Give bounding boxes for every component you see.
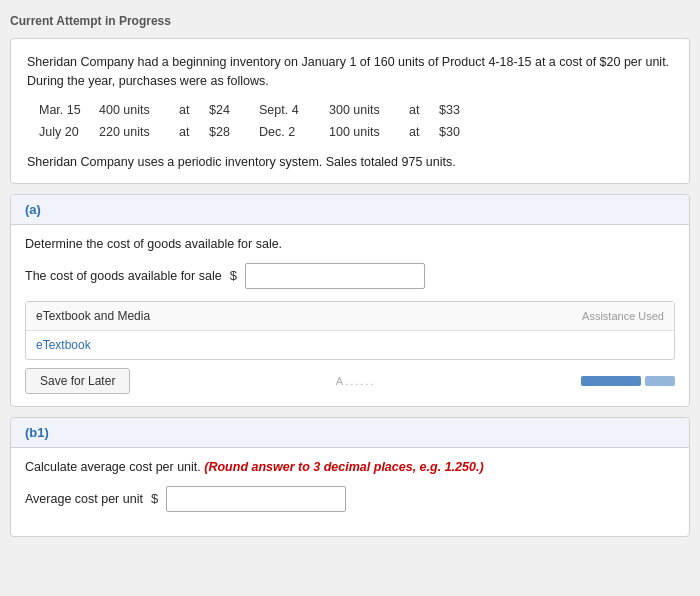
section-b1-input-row: Average cost per unit $: [25, 486, 675, 512]
purchase-at-4: at: [405, 123, 435, 141]
purchase-units-1: 400 units: [95, 101, 175, 119]
section-b1-body: Calculate average cost per unit. (Round …: [11, 448, 689, 536]
section-b1-header: (b1): [11, 418, 689, 448]
section-a-body: Determine the cost of goods available fo…: [11, 225, 689, 406]
avg-cost-label: Average cost per unit: [25, 492, 143, 506]
etextbook-link[interactable]: eTextbook: [26, 331, 674, 359]
blue-bar-primary: [581, 376, 641, 386]
purchase-at-2: at: [175, 123, 205, 141]
page-wrapper: Current Attempt in Progress Sheridan Com…: [10, 10, 690, 537]
purchase-cost-1: $24: [205, 101, 255, 119]
section-b1-card: (b1) Calculate average cost per unit. (R…: [10, 417, 690, 537]
purchase-cost-2: $28: [205, 123, 255, 141]
progress-dots: A......: [336, 375, 376, 387]
section-a-header: (a): [11, 195, 689, 225]
section-a-label: (a): [25, 202, 41, 217]
section-a-card: (a) Determine the cost of goods availabl…: [10, 194, 690, 407]
purchase-units-2: 220 units: [95, 123, 175, 141]
etextbook-header: eTextbook and Media Assistance Used: [26, 302, 674, 331]
purchase-units-3: 300 units: [325, 101, 405, 119]
purchase-units-4: 100 units: [325, 123, 405, 141]
section-a-question: Determine the cost of goods available fo…: [25, 237, 675, 251]
page-header: Current Attempt in Progress: [10, 10, 690, 32]
avg-cost-input[interactable]: [166, 486, 346, 512]
purchase-date-4: Dec. 2: [255, 123, 325, 141]
dollar-sign-a: $: [230, 268, 237, 283]
b1-instruction: (Round answer to 3 decimal places, e.g. …: [204, 460, 483, 474]
purchases-table: Mar. 15 400 units at $24 Sept. 4 300 uni…: [35, 101, 673, 141]
section-b1-label: (b1): [25, 425, 49, 440]
save-for-later-button[interactable]: Save for Later: [25, 368, 130, 394]
b1-question: Calculate average cost per unit. (Round …: [25, 460, 675, 474]
blue-bar-group: [581, 376, 675, 386]
header-title: Current Attempt in Progress: [10, 14, 171, 28]
problem-description: Sheridan Company had a beginning invento…: [27, 53, 673, 91]
save-row: Save for Later A......: [25, 368, 675, 394]
purchase-date-1: Mar. 15: [35, 101, 95, 119]
purchase-at-1: at: [175, 101, 205, 119]
b1-question-text: Calculate average cost per unit.: [25, 460, 201, 474]
purchase-at-3: at: [405, 101, 435, 119]
etextbook-title: eTextbook and Media: [36, 309, 150, 323]
section-a-input-row: The cost of goods available for sale $: [25, 263, 675, 289]
etextbook-box: eTextbook and Media Assistance Used eTex…: [25, 301, 675, 360]
dollar-sign-b1: $: [151, 491, 158, 506]
cost-available-label: The cost of goods available for sale: [25, 269, 222, 283]
purchase-cost-4: $30: [435, 123, 485, 141]
cost-available-input[interactable]: [245, 263, 425, 289]
purchase-date-3: Sept. 4: [255, 101, 325, 119]
purchase-cost-3: $33: [435, 101, 485, 119]
periodic-text: Sheridan Company uses a periodic invento…: [27, 155, 673, 169]
purchase-date-2: July 20: [35, 123, 95, 141]
blue-bar-secondary: [645, 376, 675, 386]
problem-card: Sheridan Company had a beginning invento…: [10, 38, 690, 184]
assistance-text: Assistance Used: [582, 310, 664, 322]
